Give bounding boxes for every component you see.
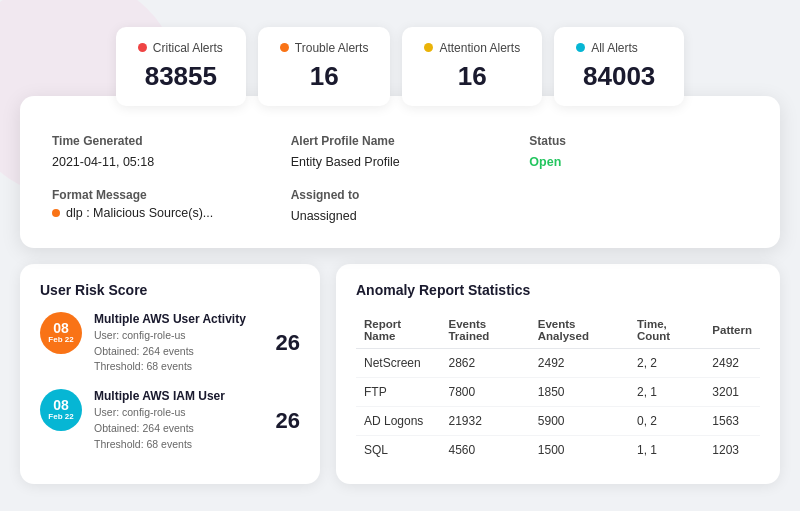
trouble-alerts-value: 16 — [280, 61, 369, 92]
trouble-alerts-label: Trouble Alerts — [280, 41, 369, 55]
format-dot — [52, 209, 60, 217]
assigned-field: Assigned to Unassigned — [291, 188, 510, 224]
attention-alerts-card[interactable]: Attention Alerts 16 — [402, 27, 542, 106]
bottom-section: User Risk Score 08 Feb 22 Multiple AWS U… — [20, 264, 780, 485]
time-generated-field: Time Generated 2021-04-11, 05:18 — [52, 134, 271, 170]
all-alerts-value: 84003 — [576, 61, 662, 92]
anomaly-card-title: Anomaly Report Statistics — [356, 282, 760, 298]
risk-score-card: User Risk Score 08 Feb 22 Multiple AWS U… — [20, 264, 320, 485]
risk-detail-1: User: config-role-us Obtained: 264 event… — [94, 328, 256, 375]
main-container: Critical Alerts 83855 Trouble Alerts 16 … — [20, 7, 780, 505]
critical-dot — [138, 43, 147, 52]
format-field: Format Message dlp : Malicious Source(s)… — [52, 188, 271, 224]
col-events-analysed: Events Analysed — [530, 312, 629, 349]
col-pattern: Pattern — [704, 312, 760, 349]
risk-info-2: Multiple AWS IAM User User: config-role-… — [94, 389, 256, 452]
risk-score-1: 26 — [268, 330, 300, 356]
all-alerts-label: All Alerts — [576, 41, 662, 55]
detail-grid: Time Generated 2021-04-11, 05:18 Alert P… — [52, 134, 748, 224]
all-alerts-dot — [576, 43, 585, 52]
attention-dot — [424, 43, 433, 52]
table-row: SQL 4560 1500 1, 1 1203 — [356, 435, 760, 464]
table-row: FTP 7800 1850 2, 1 3201 — [356, 377, 760, 406]
alert-profile-field: Alert Profile Name Entity Based Profile — [291, 134, 510, 170]
risk-item-2: 08 Feb 22 Multiple AWS IAM User User: co… — [40, 389, 300, 452]
attention-alerts-label: Attention Alerts — [424, 41, 520, 55]
anomaly-table: Report Name Events Trained Events Analys… — [356, 312, 760, 464]
table-row: AD Logons 21932 5900 0, 2 1563 — [356, 406, 760, 435]
anomaly-card: Anomaly Report Statistics Report Name Ev… — [336, 264, 780, 485]
critical-alerts-card[interactable]: Critical Alerts 83855 — [116, 27, 246, 106]
table-row: NetScreen 2862 2492 2, 2 2492 — [356, 348, 760, 377]
risk-detail-2: User: config-role-us Obtained: 264 event… — [94, 405, 256, 452]
risk-badge-2: 08 Feb 22 — [40, 389, 82, 431]
risk-card-title: User Risk Score — [40, 282, 300, 298]
risk-score-2: 26 — [268, 408, 300, 434]
all-alerts-card[interactable]: All Alerts 84003 — [554, 27, 684, 106]
trouble-alerts-card[interactable]: Trouble Alerts 16 — [258, 27, 391, 106]
trouble-dot — [280, 43, 289, 52]
col-time-count: Time, Count — [629, 312, 704, 349]
status-field: Status Open — [529, 134, 748, 170]
critical-alerts-value: 83855 — [138, 61, 224, 92]
attention-alerts-value: 16 — [424, 61, 520, 92]
col-events-trained: Events Trained — [440, 312, 529, 349]
format-row: dlp : Malicious Source(s)... — [52, 206, 271, 220]
risk-badge-1: 08 Feb 22 — [40, 312, 82, 354]
risk-item-1: 08 Feb 22 Multiple AWS User Activity Use… — [40, 312, 300, 375]
critical-alerts-label: Critical Alerts — [138, 41, 224, 55]
detail-panel: Time Generated 2021-04-11, 05:18 Alert P… — [20, 96, 780, 248]
risk-info-1: Multiple AWS User Activity User: config-… — [94, 312, 256, 375]
col-report-name: Report Name — [356, 312, 440, 349]
alert-cards-row: Critical Alerts 83855 Trouble Alerts 16 … — [20, 27, 780, 106]
